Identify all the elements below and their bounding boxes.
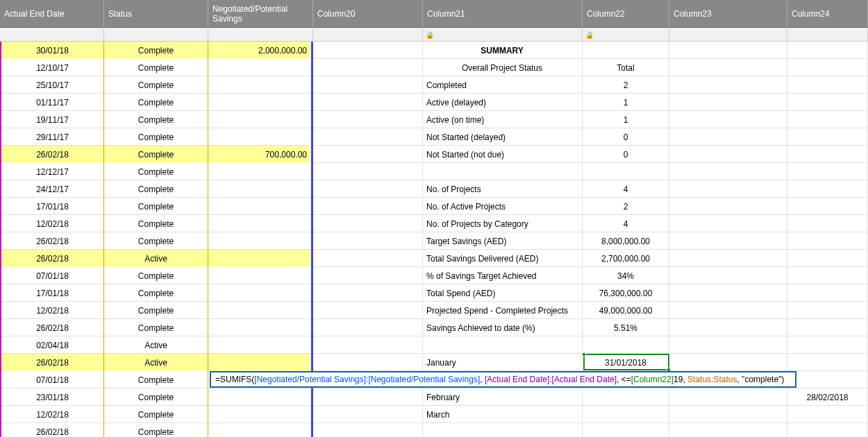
cell-actual-end-date[interactable]: 26/02/18 <box>0 232 104 250</box>
cell-col21[interactable]: Not Started (delayed) <box>423 128 583 146</box>
cell-actual-end-date[interactable]: 26/02/18 <box>0 319 104 336</box>
cell-col21[interactable]: SUMMARY <box>423 42 583 59</box>
cell-col23[interactable] <box>669 302 787 319</box>
cell-col23[interactable] <box>669 128 787 146</box>
table-row[interactable]: 25/10/17CompleteCompleted2◢ <box>0 76 868 94</box>
cell-status[interactable]: Complete <box>104 198 208 215</box>
cell-col20[interactable] <box>313 111 423 128</box>
cell-col22[interactable] <box>583 163 669 180</box>
cell-col24[interactable]: 28/02/2018 <box>787 388 868 406</box>
table-row[interactable]: 26/02/18ActiveJanuary31/01/2018 <box>0 354 868 371</box>
cell-col20[interactable] <box>313 146 423 163</box>
cell-col23[interactable] <box>669 354 787 371</box>
cell-actual-end-date[interactable]: 25/10/17 <box>0 76 104 94</box>
cell-col22[interactable]: 2,700,000.00◢ <box>583 250 669 267</box>
cell-col21[interactable]: Total Savings Delivered (AED) <box>423 250 583 267</box>
cell-actual-end-date[interactable]: 26/02/18 <box>0 250 104 267</box>
cell-col24[interactable] <box>787 406 868 423</box>
cell-col22[interactable]: 76,300,000.00◢ <box>583 284 669 302</box>
filter-cell[interactable] <box>669 28 787 42</box>
cell-col24[interactable] <box>787 319 868 336</box>
cell-status[interactable]: Complete <box>104 319 208 336</box>
table-row[interactable]: 17/01/18CompleteNo. of Active Projects2◢ <box>0 198 868 215</box>
cell-col24[interactable] <box>787 94 868 111</box>
cell-col22[interactable]: 31/01/2018 <box>583 354 669 371</box>
cell-savings[interactable] <box>208 284 313 302</box>
header-col22[interactable]: Column22 <box>583 0 669 27</box>
cell-col24[interactable] <box>787 180 868 198</box>
cell-savings[interactable] <box>208 128 313 146</box>
cell-status[interactable]: Active <box>104 336 208 354</box>
cell-col24[interactable] <box>787 128 868 146</box>
cell-savings[interactable] <box>208 423 313 437</box>
cell-savings[interactable] <box>208 406 313 423</box>
cell-actual-end-date[interactable]: 07/01/18 <box>0 371 104 388</box>
cell-col24[interactable] <box>787 215 868 232</box>
cell-status[interactable]: Active <box>104 354 208 371</box>
cell-actual-end-date[interactable]: 12/02/18 <box>0 302 104 319</box>
cell-status[interactable]: Complete <box>104 406 208 423</box>
cell-actual-end-date[interactable]: 12/02/18 <box>0 406 104 423</box>
cell-col23[interactable] <box>669 215 787 232</box>
cell-col24[interactable] <box>787 198 868 215</box>
cell-savings[interactable] <box>208 215 313 232</box>
cell-status[interactable]: Complete <box>104 302 208 319</box>
cell-col22[interactable]: 1◢ <box>583 111 669 128</box>
cell-col20[interactable] <box>313 215 423 232</box>
cell-status[interactable]: Complete <box>104 423 208 437</box>
cell-col21[interactable]: Active (delayed) <box>423 94 583 111</box>
cell-col22[interactable]: 8,000,000.00◢ <box>583 232 669 250</box>
table-row[interactable]: 12/10/17CompleteOverall Project StatusTo… <box>0 59 868 76</box>
cell-savings[interactable] <box>208 388 313 406</box>
cell-status[interactable]: Complete <box>104 215 208 232</box>
cell-status[interactable]: Complete <box>104 146 208 163</box>
table-row[interactable]: 26/02/18Complete700,000.00Not Started (n… <box>0 146 868 163</box>
cell-savings[interactable] <box>208 111 313 128</box>
cell-col23[interactable] <box>669 198 787 215</box>
cell-status[interactable]: Complete <box>104 76 208 94</box>
cell-col21[interactable]: Total Spend (AED) <box>423 284 583 302</box>
cell-col21[interactable]: Savings Achieved to date (%) <box>423 319 583 336</box>
cell-col20[interactable] <box>313 59 423 76</box>
cell-savings[interactable]: 2,000,000.00 <box>208 42 313 59</box>
table-row[interactable]: 17/01/18CompleteTotal Spend (AED)76,300,… <box>0 284 868 302</box>
cell-col24[interactable] <box>787 59 868 76</box>
cell-actual-end-date[interactable]: 24/12/17 <box>0 180 104 198</box>
cell-col24[interactable] <box>787 423 868 437</box>
cell-col23[interactable] <box>669 423 787 437</box>
cell-col23[interactable] <box>669 94 787 111</box>
cell-col20[interactable] <box>313 76 423 94</box>
cell-status[interactable]: Complete <box>104 111 208 128</box>
filter-cell[interactable] <box>313 28 423 42</box>
table-row[interactable]: 12/02/18CompleteProjected Spend - Comple… <box>0 302 868 319</box>
cell-col22[interactable]: 1◢ <box>583 94 669 111</box>
cell-col22[interactable]: 49,000,000.00◢ <box>583 302 669 319</box>
cell-savings[interactable] <box>208 267 313 284</box>
cell-savings[interactable] <box>208 354 313 371</box>
cell-col24[interactable] <box>787 42 868 59</box>
table-row[interactable]: 02/04/18Active <box>0 336 868 354</box>
table-row[interactable]: 19/11/17CompleteActive (on time)1◢ <box>0 111 868 128</box>
cell-status[interactable]: Complete <box>104 128 208 146</box>
cell-col21[interactable]: Overall Project Status <box>423 59 583 76</box>
table-row[interactable]: 29/11/17CompleteNot Started (delayed)0◢ <box>0 128 868 146</box>
cell-col23[interactable] <box>669 146 787 163</box>
cell-col21[interactable] <box>423 423 583 437</box>
header-status[interactable]: Status <box>104 0 208 27</box>
cell-actual-end-date[interactable]: 17/01/18 <box>0 198 104 215</box>
cell-savings[interactable] <box>208 180 313 198</box>
filter-cell[interactable] <box>787 28 868 42</box>
cell-savings[interactable]: 700,000.00 <box>208 146 313 163</box>
cell-col20[interactable] <box>313 232 423 250</box>
table-row[interactable]: 07/01/18Complete% of Savings Target Achi… <box>0 267 868 284</box>
cell-status[interactable]: Complete <box>104 371 208 388</box>
cell-col22[interactable]: 0◢ <box>583 128 669 146</box>
cell-col21[interactable]: Not Started (not due) <box>423 146 583 163</box>
cell-actual-end-date[interactable]: 19/11/17 <box>0 111 104 128</box>
cell-status[interactable]: Complete <box>104 163 208 180</box>
cell-col23[interactable] <box>669 42 787 59</box>
cell-col24[interactable] <box>787 267 868 284</box>
cell-status[interactable]: Complete <box>104 42 208 59</box>
formula-editor[interactable]: =SUMIFS([Negotiated/Potential Savings]:[… <box>210 371 796 388</box>
cell-col24[interactable] <box>787 146 868 163</box>
